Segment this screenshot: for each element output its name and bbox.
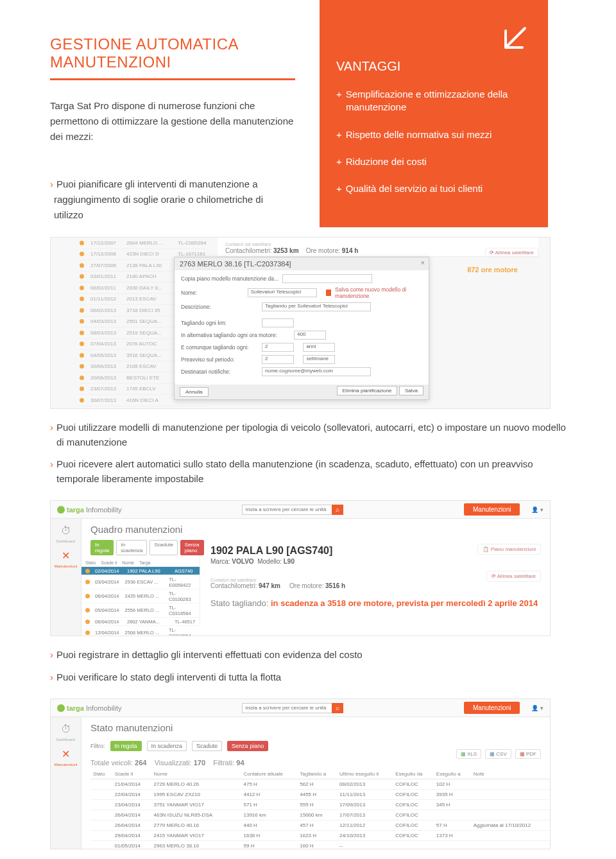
filter-in-scadenza[interactable]: In scadenza bbox=[147, 741, 187, 751]
search-input[interactable] bbox=[242, 505, 332, 515]
plan-dialog: 2763 MERLO 38.16 [TL-C2037384]× Copia pi… bbox=[174, 257, 429, 400]
dest-input[interactable]: nome.cognome@myweb.com bbox=[262, 367, 371, 376]
table-row[interactable]: 23/04/20143751 YANMAR VIO17571 H555 H17/… bbox=[90, 800, 550, 810]
preav-unit[interactable]: settimane bbox=[303, 355, 335, 364]
elimina-button[interactable]: Elimina pianificazione bbox=[337, 386, 398, 395]
feature-bullet: Puoi verificare lo stato degli intervent… bbox=[50, 670, 566, 685]
advantage-item: Semplificazione e ottimizzazione della m… bbox=[336, 88, 529, 114]
feature-bullet: Puoi utilizzare modelli di manutenzione … bbox=[50, 421, 566, 449]
table-row[interactable]: 21/04/20142729 MERLO 40.26475 H562 H08/0… bbox=[90, 779, 550, 790]
filter-scadute[interactable]: Scadute bbox=[192, 741, 222, 751]
table-row[interactable]: 01/05/20142963 MERLO 38.1659 H160 H-- bbox=[90, 841, 550, 850]
intro-text: Targa Sat Pro dispone di numerose funzio… bbox=[50, 98, 295, 144]
advantages-panel: VANTAGGI Semplificazione e ottimizzazion… bbox=[320, 0, 548, 227]
close-icon[interactable]: × bbox=[421, 259, 425, 266]
screenshot-maintenance-dialog: Contatori dal satellitare Contachilometr… bbox=[50, 237, 551, 409]
table-row[interactable]: 06/04/20142435 MERLO ...TL-C0100283 bbox=[81, 589, 200, 603]
tab-scadute[interactable]: Scadute bbox=[150, 540, 177, 555]
manutenzioni-button[interactable]: Manutenzioni bbox=[464, 503, 520, 516]
filter-label: Filtro: bbox=[90, 743, 105, 749]
advantage-item: Riduzione dei costi bbox=[336, 155, 529, 168]
table-row[interactable]: 03/04/20142936 ESCAV ...TL-E0058422 bbox=[81, 575, 200, 589]
dashboard-icon[interactable]: ⏱ bbox=[51, 525, 81, 537]
dashboard-icon[interactable]: ⏱ bbox=[51, 724, 81, 735]
table-row[interactable]: 05/04/20142556 MERLO ...TL-C0318584 bbox=[81, 603, 200, 618]
table-row[interactable]: 02/04/20141902 PALA L90AGS740 bbox=[81, 567, 200, 575]
advantage-item: Qualità del servizio ai tuoi clienti bbox=[336, 182, 529, 195]
manutenzioni-button[interactable]: Manutenzioni bbox=[464, 702, 520, 714]
allinea-button[interactable]: ⟳ Allinea satellitare bbox=[485, 248, 538, 257]
list-item[interactable]: 17/12/20072604 MERLO ...TL-C085284 bbox=[80, 238, 207, 249]
screenshot-quadro-manutenzioni: targaInfomobility ⌕ Manutenzioni 👤 ▾ ⏱Da… bbox=[50, 500, 551, 636]
tagliando-status: Stato tagliando: in scadenza a 3518 ore … bbox=[210, 598, 540, 608]
anyway-unit[interactable]: anni bbox=[303, 343, 335, 352]
engine-hours-peek: 872 ore motore bbox=[467, 266, 518, 273]
search-input[interactable] bbox=[242, 703, 332, 713]
feature-bullet: Puoi registrare in dettaglio gli interve… bbox=[50, 648, 566, 663]
hr-every-input[interactable]: 400 bbox=[294, 331, 326, 340]
table-row[interactable]: 06/04/20142602 YANMA...TL-46517 bbox=[81, 618, 200, 626]
table-row[interactable]: 26/04/2014463N ISUZU NLR85-DSA13916 km15… bbox=[90, 810, 550, 820]
search-icon[interactable]: ⌕ bbox=[332, 703, 343, 713]
arrow-down-left-icon bbox=[493, 19, 534, 60]
screenshot-stato-manutenzioni: targaInfomobility ⌕ Manutenzioni 👤 ▾ ⏱Da… bbox=[50, 698, 551, 849]
table-row[interactable]: 22/04/20141995 ESCAV ZX2104412 H4455 H11… bbox=[90, 790, 550, 800]
tab-in-regola[interactable]: In regola bbox=[90, 540, 114, 555]
vehicle-sub: Marca: VOLVO Modello: L90 bbox=[210, 558, 540, 565]
xls-button[interactable]: ▦ XLS bbox=[456, 749, 481, 759]
salva-button[interactable]: Salva bbox=[399, 386, 424, 395]
brand-logo: targaInfomobility bbox=[57, 704, 122, 712]
table-row[interactable]: 29/04/20142415 YANMAR VIO171638 H1623 H2… bbox=[90, 831, 550, 841]
table-row[interactable]: 12/04/20142506 MERLO ...TL-C0319964 bbox=[81, 626, 200, 636]
allinea-button[interactable]: ⟳ Allinea satellitare bbox=[486, 571, 541, 582]
section-title: GESTIONE AUTOMATICA MANUTENZIONI bbox=[50, 35, 308, 71]
panel-title: Quadro manutenzioni bbox=[81, 519, 550, 540]
feature-bullet: Puoi pianificare gli interventi di manut… bbox=[50, 177, 295, 223]
divider bbox=[50, 78, 295, 80]
km-every-input[interactable] bbox=[262, 318, 294, 327]
nome-input[interactable]: Sollevatori Telescopici bbox=[248, 288, 317, 297]
filter-senza-piano[interactable]: Senza piano bbox=[227, 741, 268, 751]
user-icon[interactable]: 👤 ▾ bbox=[526, 507, 543, 513]
manutenzioni-icon[interactable]: ✕ bbox=[51, 748, 81, 760]
save-model-checkbox[interactable] bbox=[326, 290, 331, 296]
user-icon[interactable]: 👤 ▾ bbox=[526, 705, 543, 711]
anyway-input[interactable]: 2 bbox=[262, 343, 294, 352]
search-icon[interactable]: ⌕ bbox=[332, 505, 343, 515]
preav-input[interactable]: 2 bbox=[262, 355, 294, 364]
piano-button[interactable]: 📋 Piano manutenzioni bbox=[477, 544, 541, 555]
status-table: StatoScade ilNomeContatore attualeTaglia… bbox=[90, 769, 550, 849]
table-row[interactable]: 26/04/20142779 MERLO 40.16440 H457 H12/1… bbox=[90, 820, 550, 831]
copy-select[interactable] bbox=[282, 274, 372, 283]
dialog-title: 2763 MERLO 38.16 [TL-C2037384]× bbox=[175, 257, 429, 270]
annulla-button[interactable]: Annulla bbox=[180, 387, 209, 397]
export-buttons: ▦ XLS ▦ CSV ▦ PDF bbox=[456, 749, 541, 759]
brand-logo: targaInfomobility bbox=[57, 506, 122, 514]
advantage-item: Rispetto delle normativa sui mezzi bbox=[336, 128, 529, 141]
side-nav: ⏱Dashboard ✕Manutenzioni bbox=[51, 519, 81, 636]
side-nav: ⏱Dashboard ✕Manutenzioni bbox=[51, 717, 81, 849]
list-item[interactable]: 09/09/2013CASALI EPS2 bbox=[80, 406, 207, 410]
manutenzioni-icon[interactable]: ✕ bbox=[51, 550, 81, 562]
feature-bullet: Puoi ricevere alert automatici sullo sta… bbox=[50, 457, 566, 486]
advantages-title: VANTAGGI bbox=[336, 59, 529, 74]
csv-button[interactable]: ▦ CSV bbox=[485, 749, 511, 759]
pdf-button[interactable]: ▦ PDF bbox=[515, 749, 541, 759]
desc-input[interactable]: Tagliando per Sollevatori Telescopici bbox=[262, 302, 371, 311]
filter-in-regola[interactable]: In regola bbox=[110, 741, 142, 751]
panel-title: Stato manutenzioni bbox=[81, 717, 550, 738]
tab-in-scadenza[interactable]: In scadenza bbox=[116, 540, 147, 555]
